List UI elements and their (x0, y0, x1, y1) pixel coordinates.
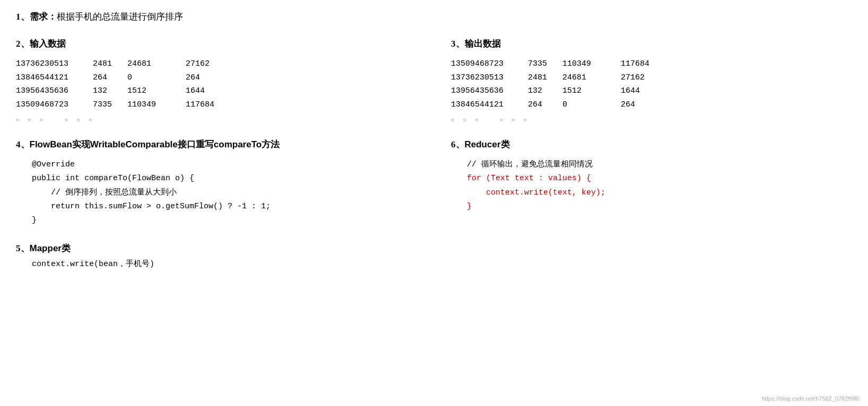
input-r1-n1: 2481 (93, 57, 127, 71)
section-4-num: 4、 (16, 139, 30, 149)
input-dots: ○ ○ ○ ○ ○ ○ (16, 117, 451, 122)
section-3-output: 3、输出数据 13509468723 7335 110349 117684 13… (451, 38, 852, 122)
output-r1-phone: 13509468723 (451, 57, 528, 71)
section-6: 6、Reducer类 // 循环输出，避免总流量相同情况 for (Text t… (451, 138, 852, 227)
section-5-title-text: Mapper类 (30, 243, 71, 253)
section-5: 5、Mapper类 context.write(bean，手机号) (16, 242, 852, 269)
section-6-num: 6、 (451, 139, 465, 149)
table-row: 13736230513 2481 24681 27162 (451, 71, 852, 85)
output-r3-n3: 1644 (621, 84, 663, 98)
requirement-line: 1、需求：根据手机的总流量进行倒序排序 (16, 11, 852, 23)
section-4-code: @Override public int compareTo(FlowBean … (32, 158, 451, 227)
section-4: 4、FlowBean实现WritableComparable接口重写compar… (16, 138, 451, 227)
code-comment: // 循环输出，避免总流量相同情况 (467, 158, 852, 172)
table-row: 13509468723 7335 110349 117684 (451, 57, 852, 71)
output-r3-n2: 1512 (562, 84, 621, 98)
input-r2-n3: 264 (186, 71, 228, 85)
output-r4-n1: 264 (528, 98, 562, 112)
table-row: 13509468723 7335 110349 117684 (16, 98, 451, 112)
code-line: return this.sumFlow > o.getSumFlow() ? -… (32, 200, 451, 214)
input-r2-phone: 13846544121 (16, 71, 93, 85)
output-r3-phone: 13956435636 (451, 84, 528, 98)
table-row: 13846544121 264 0 264 (451, 98, 852, 112)
input-r1-n2: 24681 (127, 57, 186, 71)
requirement-colon: ： (48, 12, 57, 22)
output-r1-n3: 117684 (621, 57, 663, 71)
section-5-num: 5、 (16, 243, 30, 253)
table-row: 13956435636 132 1512 1644 (451, 84, 852, 98)
code-line: @Override (32, 158, 451, 172)
input-r1-n3: 27162 (186, 57, 228, 71)
section-2-num: 2、 (16, 39, 30, 49)
code-line: public int compareTo(FlowBean o) { (32, 172, 451, 186)
input-data-table: 13736230513 2481 24681 27162 13846544121… (16, 57, 451, 111)
table-row: 13956435636 132 1512 1644 (16, 84, 451, 98)
section-6-title: 6、Reducer类 (451, 138, 852, 151)
output-r4-phone: 13846544121 (451, 98, 528, 112)
input-r4-n1: 7335 (93, 98, 127, 112)
section-6-title-text: Reducer类 (465, 139, 510, 149)
output-r2-n3: 27162 (621, 71, 663, 85)
section-5-content: context.write(bean，手机号) (32, 259, 852, 269)
section-2-title-text: 输入数据 (30, 39, 66, 49)
section-3-title: 3、输出数据 (451, 38, 852, 50)
section-4-title: 4、FlowBean实现WritableComparable接口重写compar… (16, 138, 451, 151)
output-r1-n1: 7335 (528, 57, 562, 71)
output-data-table: 13509468723 7335 110349 117684 137362305… (451, 57, 852, 111)
table-row: 13736230513 2481 24681 27162 (16, 57, 451, 71)
section-2-title: 2、输入数据 (16, 38, 451, 50)
input-r4-n3: 117684 (186, 98, 228, 112)
requirement-content: 根据手机的总流量进行倒序排序 (57, 12, 183, 22)
input-r3-n2: 1512 (127, 84, 186, 98)
url-watermark: https://blog.csdn.net/h7562_0782f680 (762, 395, 860, 402)
input-r3-n3: 1644 (186, 84, 228, 98)
output-dots: ○ ○ ○ ○ ○ ○ (451, 117, 852, 122)
input-r3-phone: 13956435636 (16, 84, 93, 98)
section-4-title-bold: FlowBean实现WritableComparable接口重写compareT… (30, 139, 280, 149)
input-r2-n1: 264 (93, 71, 127, 85)
code-line: } (32, 214, 451, 227)
section-3-num: 3、 (451, 39, 465, 49)
output-r4-n2: 0 (562, 98, 621, 112)
output-r2-n2: 24681 (562, 71, 621, 85)
output-r1-n2: 110349 (562, 57, 621, 71)
table-row: 13846544121 264 0 264 (16, 71, 451, 85)
output-r3-n1: 132 (528, 84, 562, 98)
output-r4-n3: 264 (621, 98, 663, 112)
section-2-input: 2、输入数据 13736230513 2481 24681 27162 1384… (16, 38, 451, 122)
code-line: for (Text text : values) { (467, 172, 852, 186)
requirement-label: 1、需求 (16, 12, 48, 22)
code-line: context.write(text, key); (467, 186, 852, 200)
section-3-title-text: 输出数据 (465, 39, 501, 49)
input-r4-n2: 110349 (127, 98, 186, 112)
code-line: // 倒序排列，按照总流量从大到小 (32, 186, 451, 200)
input-r1-phone: 13736230513 (16, 57, 93, 71)
output-r2-phone: 13736230513 (451, 71, 528, 85)
code-line: } (467, 200, 852, 214)
output-r2-n1: 2481 (528, 71, 562, 85)
section-5-title: 5、Mapper类 (16, 242, 852, 254)
input-r2-n2: 0 (127, 71, 186, 85)
input-r3-n1: 132 (93, 84, 127, 98)
input-r4-phone: 13509468723 (16, 98, 93, 112)
section-6-code: // 循环输出，避免总流量相同情况 for (Text text : value… (467, 158, 852, 214)
